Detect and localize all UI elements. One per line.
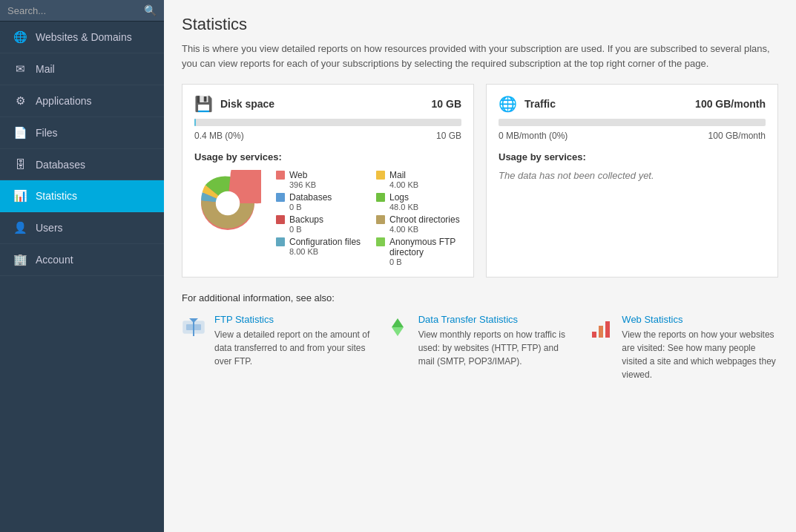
disk-space-card: 💾 Disk space 10 GB 0.4 MB (0%) 10 GB Usa… (182, 84, 474, 278)
legend-dot (376, 193, 385, 202)
traffic-icon: 🌐 (499, 95, 517, 113)
legend-value: 0 B (289, 203, 332, 211)
legend-label: Configuration files (289, 237, 361, 247)
sidebar-item-label: Users (36, 222, 63, 234)
legend-item: Configuration files 8.00 KB (276, 237, 361, 266)
additional-title: For additional information, see also: (182, 292, 778, 303)
sidebar-item-label: Statistics (36, 190, 77, 202)
additional-section: For additional information, see also: FT… (182, 292, 778, 381)
legend-item: Web 396 KB (276, 170, 361, 189)
databases-icon: 🗄 (12, 158, 28, 171)
traffic-used: 0 MB/month (0%) (499, 131, 568, 141)
disk-pie-chart (194, 170, 261, 237)
legend-item: Databases 0 B (276, 192, 361, 211)
disk-space-header: 💾 Disk space 10 GB (194, 95, 461, 113)
sidebar-item-label: Applications (36, 95, 92, 107)
legend-label: Chroot directories (389, 214, 460, 225)
web-stats-desc: View the reports on how your websites ar… (622, 328, 778, 381)
legend-value: 8.00 KB (289, 247, 361, 256)
disk-used: 0.4 MB (0%) (194, 131, 244, 141)
legend-dot (376, 237, 385, 246)
mail-icon: ✉ (12, 62, 28, 76)
legend-label: Web (289, 170, 316, 180)
legend-label: Mail (389, 170, 418, 180)
svg-rect-8 (599, 326, 603, 338)
search-input[interactable] (7, 5, 144, 16)
web-stats-title[interactable]: Web Statistics (622, 314, 778, 325)
legend-value: 0 B (389, 257, 461, 266)
search-icon: 🔍 (144, 4, 157, 16)
sidebar-item-account[interactable]: 🏢 Account (0, 244, 164, 276)
sidebar-item-label: Websites & Domains (36, 31, 132, 43)
info-cards: FTP Statistics View a detailed report on… (182, 314, 778, 381)
sidebar-item-websites[interactable]: 🌐 Websites & Domains (0, 22, 164, 53)
sidebar-item-mail[interactable]: ✉ Mail (0, 53, 164, 85)
sidebar-item-label: Files (36, 127, 58, 139)
disk-sub: 0.4 MB (0%) 10 GB (194, 131, 461, 141)
intro-text: This is where you view detailed reports … (182, 42, 778, 70)
legend-label: Logs (389, 192, 418, 203)
legend-label: Backups (289, 214, 323, 225)
sidebar-item-statistics[interactable]: 📊 Statistics (0, 180, 164, 212)
legend-value: 48.0 KB (389, 203, 418, 211)
main-content: Statistics This is where you view detail… (164, 0, 796, 532)
users-icon: 👤 (12, 221, 28, 234)
info-card-web-stats: Web Statistics View the reports on how y… (589, 314, 778, 381)
legend-label: Databases (289, 192, 332, 203)
websites-icon: 🌐 (12, 30, 28, 44)
sidebar-item-label: Mail (36, 63, 55, 75)
traffic-progress-bg (499, 119, 766, 126)
legend-dot (276, 171, 285, 180)
disk-usage-section: Web 396 KB Mail 4.00 KB Databases 0 B Lo… (194, 170, 461, 266)
sidebar-item-users[interactable]: 👤 Users (0, 212, 164, 244)
info-card-ftp-stats: FTP Statistics View a detailed report on… (182, 314, 371, 381)
traffic-sub: 0 MB/month (0%) 100 GB/month (499, 131, 766, 141)
legend-value: 396 KB (289, 180, 316, 189)
ftp-stats-desc: View a detailed report on the amount of … (214, 328, 371, 368)
svg-marker-6 (392, 327, 404, 336)
legend-item: Chroot directories 4.00 KB (376, 214, 461, 234)
legend-item: Anonymous FTP directory 0 B (376, 237, 461, 266)
ftp-stats-icon (182, 315, 205, 344)
legend-dot (276, 193, 285, 202)
sidebar-item-label: Databases (36, 159, 85, 171)
search-box: 🔍 (0, 0, 164, 22)
stats-panels: 💾 Disk space 10 GB 0.4 MB (0%) 10 GB Usa… (182, 84, 778, 278)
legend-value: 4.00 KB (389, 180, 418, 189)
legend-dot (376, 215, 385, 224)
legend-value: 4.00 KB (389, 225, 460, 234)
legend-dot (276, 215, 285, 224)
web-stats-icon (589, 315, 613, 344)
sidebar-item-applications[interactable]: ⚙ Applications (0, 85, 164, 117)
legend-label: Anonymous FTP directory (389, 237, 461, 257)
sidebar-item-databases[interactable]: 🗄 Databases (0, 149, 164, 180)
traffic-header: 🌐 Traffic 100 GB/month (499, 95, 766, 113)
nav-items: 🌐 Websites & Domains ✉ Mail ⚙ Applicatio… (0, 22, 164, 276)
disk-icon: 💾 (194, 95, 213, 113)
disk-limit: 10 GB (432, 98, 461, 110)
traffic-limit-label: 100 GB/month (708, 131, 766, 141)
account-icon: 🏢 (12, 253, 28, 266)
disk-title-section: 💾 Disk space (194, 95, 274, 113)
traffic-limit: 100 GB/month (695, 98, 766, 110)
disk-progress-fill (194, 119, 196, 126)
statistics-icon: 📊 (12, 189, 28, 203)
applications-icon: ⚙ (12, 94, 28, 108)
pie-center (216, 191, 240, 215)
legend-item: Logs 48.0 KB (376, 192, 461, 211)
svg-rect-7 (592, 332, 596, 338)
disk-legend: Web 396 KB Mail 4.00 KB Databases 0 B Lo… (276, 170, 461, 266)
info-card-data-transfer-stats: Data Transfer Statistics View monthly re… (386, 314, 575, 381)
disk-usage-title: Usage by services: (194, 151, 461, 162)
data-transfer-stats-desc: View monthly reports on how traffic is u… (418, 328, 575, 368)
sidebar-item-files[interactable]: 📄 Files (0, 117, 164, 149)
legend-dot (276, 237, 285, 246)
traffic-title: Traffic (524, 98, 556, 110)
legend-item: Backups 0 B (276, 214, 361, 234)
legend-item: Mail 4.00 KB (376, 170, 461, 189)
ftp-stats-title[interactable]: FTP Statistics (214, 314, 371, 325)
legend-dot (376, 171, 385, 180)
data-transfer-stats-title[interactable]: Data Transfer Statistics (418, 314, 575, 325)
svg-marker-5 (392, 318, 404, 327)
legend-value: 0 B (289, 225, 323, 234)
